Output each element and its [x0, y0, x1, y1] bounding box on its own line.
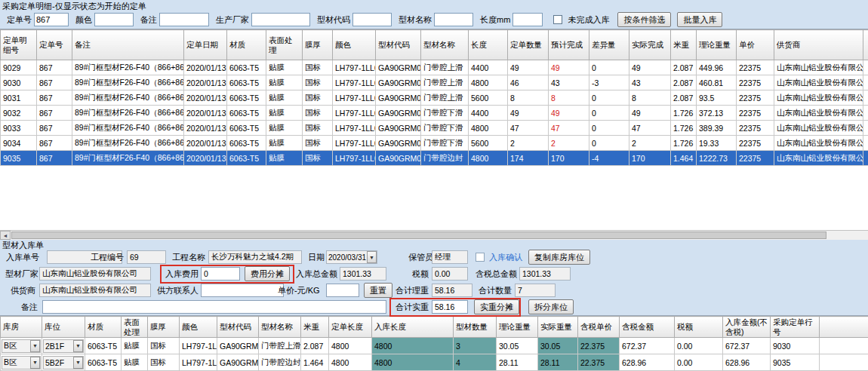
orders-cell [863, 151, 868, 166]
filter-input-profile-code[interactable] [352, 13, 392, 26]
batch-inbound-button[interactable]: 批量入库 [677, 12, 722, 27]
inbound-header-19[interactable] [820, 317, 868, 338]
orders-header-13[interactable]: 差异量 [589, 30, 629, 60]
orders-header-9[interactable]: 型材名称 [421, 30, 469, 60]
orders-header-5[interactable]: 表面处理 [266, 30, 303, 60]
inbound-header-15[interactable]: 含税金额 [620, 317, 675, 338]
inbound-combo-cell[interactable]: 2B1F▼ [42, 338, 85, 354]
dropdown-arrow-icon[interactable]: ▼ [30, 357, 40, 369]
date-picker[interactable]: 2020/03/31 ▼ [326, 250, 377, 264]
orders-header-14[interactable]: 实际完成 [629, 30, 671, 60]
total-actual-weight-field[interactable] [432, 300, 468, 314]
inbound-header-3[interactable]: 表面处理 [122, 317, 148, 338]
orders-row-9029[interactable]: 902986789#门框型材F26-F40（866+867）2020/01/13… [1, 60, 868, 75]
project-name-field[interactable] [208, 250, 302, 264]
inbound-fee-field[interactable] [201, 267, 240, 281]
orders-header-17[interactable]: 单价 [737, 30, 774, 60]
orders-header-6[interactable]: 膜厚 [303, 30, 333, 60]
dropdown-arrow-icon[interactable]: ▼ [73, 357, 83, 369]
orders-header-2[interactable]: 备注 [72, 30, 184, 60]
inbound-combo-0[interactable]: B区▼ [2, 339, 41, 353]
orders-header-1[interactable]: 定单号 [37, 30, 72, 60]
inbound-combo-1[interactable]: 2B1F▼ [43, 339, 84, 353]
weight-split-button[interactable]: 实重分摊 [474, 299, 519, 314]
dropdown-arrow-icon[interactable]: ▼ [30, 340, 40, 352]
orders-cell: 2020/01/13 [184, 60, 227, 75]
orders-cell: 22375 [737, 60, 774, 75]
orders-header-11[interactable]: 定单数量 [508, 30, 549, 60]
unfinished-inbound-checkbox[interactable] [553, 15, 562, 24]
tax-field[interactable] [432, 267, 468, 281]
inbound-combo-cell[interactable]: B区▼ [1, 338, 42, 354]
inbound-combo-0[interactable]: B区▼ [2, 356, 41, 369]
split-location-button[interactable]: 拆分库位 [528, 299, 574, 314]
inbound-header-16[interactable]: 税额 [675, 317, 723, 338]
orders-header-3[interactable]: 定单日期 [184, 30, 227, 60]
inbound-header-10[interactable]: 入库长度 [372, 317, 454, 338]
orders-cell: 2020/01/13 [184, 151, 227, 166]
supplier-field[interactable] [39, 284, 151, 297]
orders-hscrollbar[interactable]: ◄ [0, 230, 868, 240]
orders-row-9030[interactable]: 903086789#门框型材F26-F40（866+867）2020/01/13… [1, 75, 868, 90]
date-dropdown-icon[interactable]: ▼ [367, 251, 377, 263]
orders-row-9033[interactable]: 903386789#门框型材F26-F40（866+867）2020/01/13… [1, 121, 868, 136]
supplier-contact-field[interactable] [201, 284, 284, 297]
fee-split-button[interactable]: 费用分摊 [245, 266, 290, 281]
inbound-header-2[interactable]: 材质 [85, 317, 122, 338]
inbound-header-7[interactable]: 型材名称 [259, 317, 301, 338]
inbound-header-17[interactable]: 入库金额(不含税) [723, 317, 771, 338]
inbound-header-12[interactable]: 理论重量 [497, 317, 538, 338]
total-qty-field[interactable] [515, 284, 556, 297]
inbound-combo-cell[interactable]: B区▼ [1, 354, 42, 371]
inbound-header-18[interactable]: 采购定单行号 [771, 317, 820, 338]
orders-row-9034[interactable]: 903486789#门框型材F26-F40（866+867）2020/01/13… [1, 136, 868, 151]
project-no-field[interactable] [127, 250, 166, 264]
inbound-combo-cell[interactable]: 5B2F▼ [42, 354, 85, 371]
orders-header-4[interactable]: 材质 [227, 30, 266, 60]
orders-header-0[interactable]: 定单明细号 [1, 30, 37, 60]
orders-header-18[interactable]: 供货商 [774, 30, 863, 60]
inbound-header-14[interactable]: 含税单价 [578, 317, 620, 338]
scrollbar-thumb[interactable] [11, 231, 826, 239]
filter-input-color[interactable] [94, 13, 134, 26]
orders-row-9031[interactable]: 903186789#门框型材F26-F40（866+867）2020/01/13… [1, 90, 868, 106]
manufacturer-field[interactable] [39, 267, 151, 281]
keeper-field[interactable] [432, 250, 468, 264]
inbound-header-13[interactable]: 实际重量 [538, 317, 578, 338]
inbound-header-1[interactable]: 库位 [42, 317, 85, 338]
inbound-header-5[interactable]: 颜色 [180, 317, 217, 338]
orders-header-10[interactable]: 长度 [469, 30, 508, 60]
orders-header-7[interactable]: 颜色 [333, 30, 376, 60]
inbound-header-8[interactable]: 米重 [301, 317, 329, 338]
filter-input-remark[interactable] [159, 13, 209, 26]
inbound-total-field[interactable] [340, 267, 386, 281]
orders-header-12[interactable]: 预计完成 [549, 30, 589, 60]
inbound-header-9[interactable]: 定单长度 [329, 317, 372, 338]
filter-input-length-mm[interactable] [512, 13, 543, 26]
orders-header-16[interactable]: 理论重量 [697, 30, 737, 60]
scroll-left-arrow-icon[interactable]: ◄ [0, 231, 11, 240]
dropdown-arrow-icon[interactable]: ▼ [73, 340, 83, 352]
filter-input-order-no[interactable] [34, 13, 69, 26]
orders-header-19[interactable] [863, 30, 868, 60]
orders-header-8[interactable]: 型材代码 [376, 30, 421, 60]
filter-input-manufacturer[interactable] [251, 13, 310, 26]
orders-row-9035[interactable]: 903586789#门框型材F26-F40（866+867）2020/01/13… [1, 151, 868, 166]
filter-input-profile-name[interactable] [434, 13, 473, 26]
inbound-header-6[interactable]: 型材代码 [217, 317, 259, 338]
inbound-combo-1[interactable]: 5B2F▼ [43, 356, 84, 369]
unit-price-field[interactable] [326, 284, 359, 297]
remark-field[interactable] [42, 300, 386, 314]
total-theoretical-weight-field[interactable] [432, 284, 472, 297]
orders-row-9032[interactable]: 903286789#门框型材F26-F40（866+867）2020/01/13… [1, 106, 868, 121]
inbound-header-4[interactable]: 膜厚 [148, 317, 180, 338]
total-with-tax-field[interactable] [519, 267, 571, 281]
copy-location-button[interactable]: 复制库房库位 [528, 250, 590, 265]
orders-cell: -4 [589, 151, 629, 166]
inbound-confirm-checkbox[interactable] [476, 253, 485, 262]
inbound-header-0[interactable]: 库房 [1, 317, 42, 338]
inbound-header-11[interactable]: 型材数量 [454, 317, 497, 338]
reset-button[interactable]: 重置 [364, 283, 392, 298]
filter-by-condition-button[interactable]: 按条件筛选 [617, 12, 671, 27]
orders-header-15[interactable]: 米重 [671, 30, 697, 60]
